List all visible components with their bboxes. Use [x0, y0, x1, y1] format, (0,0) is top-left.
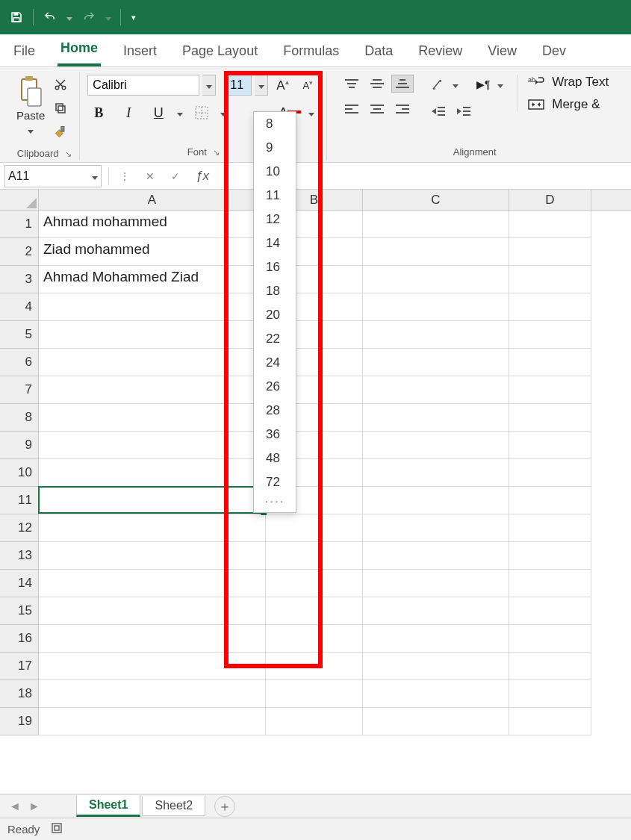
macro-record-icon[interactable]	[52, 823, 65, 836]
tab-review[interactable]: Review	[415, 37, 465, 66]
cell-C1[interactable]	[363, 211, 509, 238]
cell-A1[interactable]: Ahmad mohammed	[39, 211, 266, 238]
row-header-3[interactable]: 3	[0, 266, 38, 293]
cell-C19[interactable]	[363, 708, 509, 735]
fx-icon[interactable]: ƒx	[188, 169, 217, 184]
font-size-more[interactable]: ····	[254, 494, 296, 512]
cell-C2[interactable]	[363, 238, 509, 266]
cell-C17[interactable]	[363, 653, 509, 680]
row-header-7[interactable]: 7	[0, 376, 38, 404]
cell-B15[interactable]	[266, 597, 363, 625]
cell-C10[interactable]	[363, 459, 509, 487]
cell-A14[interactable]	[39, 570, 266, 597]
cell-B14[interactable]	[266, 570, 363, 597]
font-size-dropdown[interactable]	[255, 75, 268, 96]
cell-D17[interactable]	[509, 653, 591, 680]
col-header-D[interactable]: D	[509, 190, 591, 210]
cell-A5[interactable]	[39, 321, 266, 349]
ltr-button[interactable]: ▶¶	[472, 75, 494, 94]
cell-D10[interactable]	[509, 459, 591, 487]
cell-C3[interactable]	[363, 266, 509, 293]
row-header-5[interactable]: 5	[0, 321, 38, 349]
clipboard-launcher-icon[interactable]: ↘	[65, 149, 72, 159]
font-size-option-16[interactable]: 16	[254, 255, 296, 279]
cell-A7[interactable]	[39, 376, 266, 404]
cell-A9[interactable]	[39, 432, 266, 459]
sheet-tab-2[interactable]: Sheet2	[142, 796, 205, 816]
cell-A8[interactable]	[39, 404, 266, 432]
cell-A10[interactable]	[39, 459, 266, 487]
cell-D2[interactable]	[509, 238, 591, 266]
cell-D14[interactable]	[509, 570, 591, 597]
cell-D18[interactable]	[509, 680, 591, 708]
font-size-option-72[interactable]: 72	[254, 470, 296, 494]
cell-C6[interactable]	[363, 349, 509, 376]
wrap-text-button[interactable]: ab Wrap Text	[528, 75, 609, 90]
cell-D8[interactable]	[509, 404, 591, 432]
formula-bar-options[interactable]: ⋮	[112, 165, 137, 187]
cell-A11[interactable]	[39, 487, 266, 514]
font-size-option-24[interactable]: 24	[254, 351, 296, 375]
cell-D11[interactable]	[509, 487, 591, 514]
undo-button[interactable]	[40, 7, 60, 28]
tab-data[interactable]: Data	[361, 37, 396, 66]
tab-page-layout[interactable]: Page Layout	[179, 37, 261, 66]
cell-C14[interactable]	[363, 570, 509, 597]
row-header-12[interactable]: 12	[0, 514, 38, 542]
borders-dropdown[interactable]	[220, 107, 226, 119]
row-header-2[interactable]: 2	[0, 238, 38, 266]
increase-indent-button[interactable]	[453, 102, 475, 121]
cell-A17[interactable]	[39, 653, 266, 680]
tab-insert[interactable]: Insert	[120, 37, 160, 66]
name-box[interactable]: A11	[4, 165, 102, 187]
cell-D9[interactable]	[509, 432, 591, 459]
font-color-dropdown[interactable]	[308, 107, 314, 119]
cell-C9[interactable]	[363, 432, 509, 459]
font-size-option-8[interactable]: 8	[254, 112, 296, 136]
sheet-nav-next[interactable]: ►	[25, 797, 43, 815]
cell-B18[interactable]	[266, 680, 363, 708]
cell-D1[interactable]	[509, 211, 591, 238]
font-size-option-12[interactable]: 12	[254, 208, 296, 231]
row-header-17[interactable]: 17	[0, 653, 38, 680]
undo-dropdown[interactable]	[63, 7, 75, 28]
cell-B13[interactable]	[266, 542, 363, 570]
cell-C18[interactable]	[363, 680, 509, 708]
font-size-option-48[interactable]: 48	[254, 447, 296, 470]
row-header-8[interactable]: 8	[0, 404, 38, 432]
redo-button[interactable]	[78, 7, 99, 28]
font-launcher-icon[interactable]: ↘	[213, 148, 220, 158]
font-size-option-10[interactable]: 10	[254, 160, 296, 184]
cell-A15[interactable]	[39, 597, 266, 625]
font-name-dropdown[interactable]	[202, 75, 216, 96]
row-header-4[interactable]: 4	[0, 293, 38, 321]
cell-A19[interactable]	[39, 708, 266, 735]
orientation-dropdown[interactable]	[453, 78, 459, 90]
align-top-button[interactable]	[341, 75, 363, 93]
underline-button[interactable]: U	[147, 103, 170, 122]
row-header-18[interactable]: 18	[0, 680, 38, 708]
copy-button[interactable]	[49, 99, 72, 118]
font-size-option-9[interactable]: 9	[254, 136, 296, 160]
tab-formulas[interactable]: Formulas	[280, 37, 342, 66]
align-left-button[interactable]	[341, 100, 363, 118]
row-header-11[interactable]: 11	[0, 487, 38, 514]
tab-file[interactable]: File	[10, 37, 38, 66]
row-header-13[interactable]: 13	[0, 542, 38, 570]
decrease-indent-button[interactable]	[427, 102, 450, 121]
cell-C11[interactable]	[363, 487, 509, 514]
cell-A4[interactable]	[39, 293, 266, 321]
row-header-10[interactable]: 10	[0, 459, 38, 487]
cell-C5[interactable]	[363, 321, 509, 349]
row-header-15[interactable]: 15	[0, 597, 38, 625]
col-header-C[interactable]: C	[363, 190, 509, 210]
select-all-corner[interactable]	[0, 190, 39, 210]
cell-D7[interactable]	[509, 376, 591, 404]
cell-C15[interactable]	[363, 597, 509, 625]
row-header-6[interactable]: 6	[0, 349, 38, 376]
qat-customize[interactable]: ▾	[127, 7, 140, 28]
row-header-16[interactable]: 16	[0, 625, 38, 653]
bold-button[interactable]: B	[87, 103, 110, 122]
align-center-button[interactable]	[366, 100, 388, 118]
enter-formula-button[interactable]: ✓	[163, 165, 188, 187]
